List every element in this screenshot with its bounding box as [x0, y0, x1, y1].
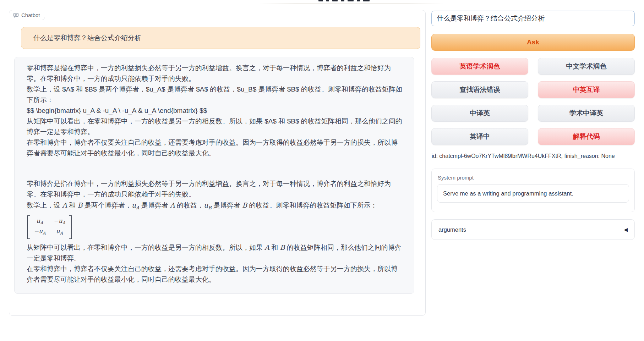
arguments-accordion-label: arguments [438, 226, 466, 233]
bot-paragraph: $$ \begin{bmatrix} u_A & -u_A \ -u_A & u… [27, 105, 404, 116]
math-variable: −uA [54, 217, 66, 224]
chat-bubble-icon [13, 12, 19, 18]
question-input-value: 什么是零和博弈？结合公式介绍分析 [437, 14, 545, 23]
math-variable: B [280, 243, 285, 251]
math-variable: uA [56, 227, 63, 235]
math-variable: B [78, 201, 83, 209]
system-prompt-box: System prompt Serve me as a writing and … [431, 169, 635, 212]
page: Chatbot 什么是零和博弈？结合公式介绍分析 零和博弈是指在博弈中，一方的利… [0, 0, 644, 341]
ask-button[interactable]: Ask [431, 34, 635, 51]
paragraph-gap [27, 159, 404, 178]
bot-paragraph: 从矩阵中可以看出，在零和博弈中，一方的收益是另一方的相反数。所以，如果 $A$ … [27, 116, 404, 137]
function-button[interactable]: 解释代码 [538, 128, 635, 145]
function-button[interactable]: 中文学术润色 [538, 58, 635, 75]
function-button[interactable]: 中英互译 [538, 81, 635, 98]
accordion-arrow-icon: ◀ [624, 227, 628, 232]
payoff-matrix: uA−uA−uAuA [27, 215, 72, 239]
chatbot-label: Chatbot [9, 10, 45, 20]
bot-paragraph: 数学上，设 $A$ 和 $B$ 是两个博弈者，$u_A$ 是博弈者 $A$ 的收… [27, 84, 404, 105]
arguments-accordion[interactable]: arguments ◀ [431, 219, 635, 240]
function-button[interactable]: 中译英 [431, 105, 528, 122]
math-variable: A [264, 243, 269, 251]
chatbot-label-text: Chatbot [21, 12, 40, 18]
math-variable: A [62, 201, 67, 209]
system-prompt-input[interactable]: Serve me as a writing and programming as… [437, 184, 629, 203]
math-variable: −uA [34, 227, 46, 235]
clipped-page-title [318, 0, 372, 2]
bot-paragraph: 零和博弈是指在博弈中，一方的利益损失必然等于另一方的利益增益。换言之，对于每一种… [27, 178, 404, 200]
function-button[interactable]: 学术中译英 [538, 105, 635, 122]
function-button[interactable]: 查找语法错误 [431, 81, 528, 98]
bot-paragraph: 零和博弈是指在博弈中，一方的利益损失必然等于另一方的利益增益。换言之，对于每一种… [27, 63, 404, 84]
system-prompt-value: Serve me as a writing and programming as… [443, 190, 573, 197]
math-variable: uA [36, 217, 43, 224]
math-variable: B [242, 201, 247, 209]
bot-paragraph: 在零和博弈中，博弈者不仅要关注自己的收益，还需要考虑对手的收益。因为一方取得的收… [27, 264, 404, 285]
function-button-grid: 英语学术润色中文学术润色查找语法错误中英互译中译英学术中译英英译中解释代码 [431, 58, 635, 145]
bot-message-bubble: 零和博弈是指在博弈中，一方的利益损失必然等于另一方的利益增益。换言之，对于每一种… [14, 57, 414, 294]
math-variable: uA [132, 201, 140, 209]
function-button[interactable]: 英语学术润色 [431, 58, 528, 75]
bot-paragraph: 在零和博弈中，博弈者不仅要关注自己的收益，还需要考虑对手的收益。因为一方取得的收… [27, 137, 404, 159]
function-button[interactable]: 英译中 [431, 128, 528, 145]
user-message-bubble: 什么是零和博弈？结合公式介绍分析 [21, 27, 420, 49]
system-prompt-label: System prompt [438, 175, 629, 181]
math-variable: uB [204, 201, 212, 209]
question-input[interactable]: 什么是零和博弈？结合公式介绍分析 [431, 11, 635, 26]
user-message-text: 什么是零和博弈？结合公式介绍分析 [33, 33, 141, 43]
bot-paragraph: 数学上，设 A 和 B 是两个博弈者，uA 是博弈者 A 的收益，uB 是博弈者… [27, 200, 404, 213]
completion-meta-text: id: chatcmpl-6wOo7KrYTwMl89lbrMWRu4UkFFX… [432, 153, 615, 159]
math-variable: A [170, 201, 175, 209]
text-cursor-icon [545, 15, 545, 22]
title-underline [259, 3, 444, 4]
bot-paragraph: 从矩阵中可以看出，在零和博弈中，一方的收益是另一方的相反数。所以，如果 A 和 … [27, 242, 404, 264]
chatbot-panel: Chatbot 什么是零和博弈？结合公式介绍分析 零和博弈是指在博弈中，一方的利… [9, 10, 426, 316]
